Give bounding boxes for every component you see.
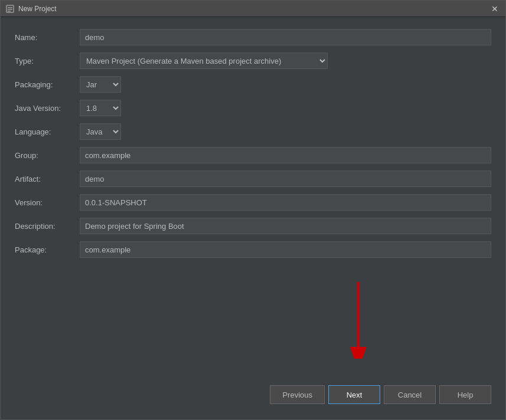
type-row: Type: Maven Project (Generate a Maven ba… [15,52,491,69]
form-area: Name: Type: Maven Project (Generate a Ma… [15,29,491,297]
svg-rect-2 [8,9,12,10]
version-label: Version: [15,198,80,207]
group-row: Group: [15,147,491,163]
package-row: Package: [15,241,491,258]
version-row: Version: [15,194,491,211]
description-input[interactable] [80,218,491,234]
description-label: Description: [15,222,80,231]
dialog-window: New Project ✕ Name: Type: Maven Project … [0,0,506,420]
previous-button[interactable]: Previous [270,385,325,404]
title-bar: New Project ✕ [1,1,505,17]
group-label: Group: [15,151,80,160]
java-version-label: Java Version: [15,104,80,113]
group-input[interactable] [80,147,491,163]
language-select[interactable]: Java Kotlin Groovy [80,123,121,140]
button-row: Previous Next Cancel Help [15,385,491,404]
java-version-select[interactable]: 1.8 11 17 [80,100,121,116]
name-input[interactable] [80,29,491,45]
red-arrow-icon [335,282,382,359]
version-input[interactable] [80,194,491,211]
name-label: Name: [15,33,80,42]
cancel-button[interactable]: Cancel [384,385,436,404]
language-row: Language: Java Kotlin Groovy [15,123,491,140]
package-label: Package: [15,245,80,254]
artifact-row: Artifact: [15,170,491,187]
type-select[interactable]: Maven Project (Generate a Maven based pr… [80,52,328,69]
artifact-label: Artifact: [15,175,80,183]
svg-rect-1 [8,7,12,8]
name-row: Name: [15,29,491,45]
packaging-row: Packaging: Jar War [15,76,491,93]
footer-area: Previous Next Cancel Help [15,297,491,414]
arrow-area [15,297,491,385]
language-label: Language: [15,127,80,136]
type-label: Type: [15,57,80,65]
svg-rect-3 [8,11,11,12]
description-row: Description: [15,218,491,234]
package-input[interactable] [80,241,491,258]
dialog-content: Name: Type: Maven Project (Generate a Ma… [1,17,505,419]
java-version-row: Java Version: 1.8 11 17 [15,100,491,116]
next-button[interactable]: Next [328,385,380,404]
help-button[interactable]: Help [439,385,491,404]
packaging-label: Packaging: [15,80,80,89]
window-icon [5,4,15,14]
artifact-input[interactable] [80,170,491,187]
title-bar-left: New Project [5,4,57,14]
packaging-select[interactable]: Jar War [80,76,121,93]
title-text: New Project [18,5,57,13]
close-button[interactable]: ✕ [489,4,501,14]
